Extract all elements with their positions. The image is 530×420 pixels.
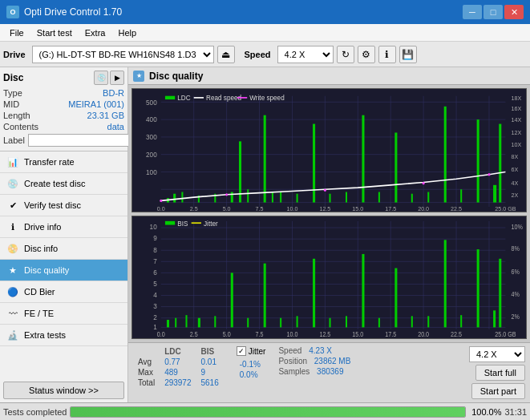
position-label: Position xyxy=(278,357,307,365)
nav-item-verify-test-disc[interactable]: ✔Verify test disc xyxy=(0,195,127,216)
menu-item-file[interactable]: File xyxy=(3,26,30,39)
nav-label-fe-te: FE / TE xyxy=(24,309,54,318)
disc-icon1[interactable]: 💿 xyxy=(94,71,108,85)
disc-mid-row: MID MEIRA1 (001) xyxy=(3,99,124,109)
chart2-container: 10 9 8 7 6 5 4 3 2 1 10% 8% 6% 4% 2% xyxy=(131,216,527,340)
nav-item-fe-te[interactable]: 〰FE / TE xyxy=(0,303,127,325)
svg-text:14X: 14X xyxy=(512,116,522,123)
jitter-checkbox[interactable]: ✓ xyxy=(237,346,246,356)
disc-quality-header: ★ Disc quality xyxy=(128,67,530,85)
svg-text:5: 5 xyxy=(153,279,157,288)
jitter-label: Jitter xyxy=(249,347,266,356)
status-window-button[interactable]: Status window >> xyxy=(3,382,124,399)
drive-label: Drive xyxy=(3,50,26,59)
svg-text:2%: 2% xyxy=(512,313,520,321)
svg-rect-126 xyxy=(167,320,169,327)
avg-bis: 0.01 xyxy=(196,357,224,367)
svg-text:6%: 6% xyxy=(512,268,520,276)
svg-rect-129 xyxy=(198,317,200,327)
progress-bar-outer xyxy=(70,406,466,418)
nav-item-disc-quality[interactable]: ★Disc quality xyxy=(0,260,127,281)
save-button[interactable]: 💾 xyxy=(399,46,417,63)
svg-text:25.0 GB: 25.0 GB xyxy=(495,330,516,338)
disc2-icon: 📀 xyxy=(6,242,19,255)
svg-text:10.0: 10.0 xyxy=(287,330,298,338)
svg-text:6: 6 xyxy=(153,268,157,277)
disc-icon2[interactable]: ▶ xyxy=(110,71,124,85)
eject-button[interactable]: ⏏ xyxy=(217,46,235,63)
svg-text:100: 100 xyxy=(146,168,157,176)
svg-rect-142 xyxy=(411,316,413,327)
start-full-button[interactable]: Start full xyxy=(475,365,525,381)
disc-label-row: Label ✎ xyxy=(3,133,124,147)
nav-label-disc-quality: Disc quality xyxy=(24,265,69,275)
svg-text:10: 10 xyxy=(150,222,157,231)
svg-text:8: 8 xyxy=(153,245,157,254)
svg-rect-57 xyxy=(346,192,347,203)
disc-quality-title: Disc quality xyxy=(149,71,203,82)
svg-rect-149 xyxy=(165,220,175,224)
svg-rect-45 xyxy=(181,192,183,203)
samples-label: Samples xyxy=(278,367,310,376)
svg-text:20.0: 20.0 xyxy=(418,330,429,338)
disc-label-input[interactable] xyxy=(28,134,135,147)
menu-item-help[interactable]: Help xyxy=(111,26,143,39)
disc-type-value: BD-R xyxy=(103,88,124,98)
svg-text:17.5: 17.5 xyxy=(385,205,396,211)
nav-item-extra-tests[interactable]: 🔬Extra tests xyxy=(0,325,127,346)
svg-text:10.0: 10.0 xyxy=(287,205,298,211)
toolbar: Drive (G:) HL-DT-ST BD-RE WH16NS48 1.D3 … xyxy=(0,42,530,67)
svg-text:2.5: 2.5 xyxy=(190,205,198,211)
menu-item-start-test[interactable]: Start test xyxy=(30,26,79,39)
total-row: Total 293972 5616 xyxy=(133,378,224,388)
avg-ldc: 0.77 xyxy=(160,357,196,367)
jitter-section: ✓ Jitter -0.1% 0.0% xyxy=(237,346,266,380)
svg-text:5.0: 5.0 xyxy=(223,205,231,211)
stats-table: LDC BIS Avg 0.77 0.01 Max xyxy=(133,346,224,388)
svg-rect-63 xyxy=(444,107,447,203)
svg-text:15.0: 15.0 xyxy=(352,330,363,338)
svg-rect-143 xyxy=(427,316,429,327)
svg-text:16X: 16X xyxy=(512,105,522,112)
start-part-button[interactable]: Start part xyxy=(471,383,525,399)
svg-text:20.0: 20.0 xyxy=(418,205,429,211)
menu-item-extra[interactable]: Extra xyxy=(79,26,112,39)
bis-col-header: BIS xyxy=(196,346,224,357)
nav-item-cd-bier[interactable]: 🔵CD Bier xyxy=(0,281,127,303)
chart1-container: 500 400 300 200 100 18X 16X 14X 12X 10X … xyxy=(131,88,527,212)
svg-text:12X: 12X xyxy=(512,128,522,135)
nav-item-transfer-rate[interactable]: 📊Transfer rate xyxy=(0,151,127,173)
speed-select[interactable]: 4.2 X xyxy=(277,46,334,63)
svg-text:22.5: 22.5 xyxy=(451,205,462,211)
svg-text:22.5: 22.5 xyxy=(451,330,462,338)
test-speed-select[interactable]: 4.2 X xyxy=(469,346,525,362)
minimize-button[interactable]: ─ xyxy=(463,5,482,19)
svg-rect-132 xyxy=(247,317,249,327)
disc-icon: 💿 xyxy=(6,177,19,190)
disc-type-row: Type BD-R xyxy=(3,88,124,98)
nav-item-create-test-disc[interactable]: 💿Create test disc xyxy=(0,173,127,195)
svg-point-71 xyxy=(423,182,425,184)
info-button[interactable]: ℹ xyxy=(378,46,396,63)
close-button[interactable]: ✕ xyxy=(504,5,524,19)
disc-length-label: Length xyxy=(3,111,30,120)
left-panel: Disc 💿 ▶ Type BD-R MID MEIRA1 (001) Leng… xyxy=(0,67,128,402)
svg-rect-65 xyxy=(477,119,479,202)
nav-label-verify-test-disc: Verify test disc xyxy=(24,200,81,210)
title-bar-left: O Opti Drive Control 1.70 xyxy=(6,6,122,18)
drive-select[interactable]: (G:) HL-DT-ST BD-RE WH16NS48 1.D3 xyxy=(32,46,214,63)
svg-rect-58 xyxy=(362,115,364,203)
settings-button[interactable]: ⚙ xyxy=(358,46,375,63)
svg-rect-135 xyxy=(297,316,298,327)
nav-item-disc-info[interactable]: 📀Disc info xyxy=(0,238,127,260)
nav-list: 📊Transfer rate💿Create test disc✔Verify t… xyxy=(0,151,127,346)
progress-percent: 100.0% xyxy=(469,407,501,417)
refresh-button[interactable]: ↻ xyxy=(337,46,354,63)
svg-text:Write speed: Write speed xyxy=(249,94,285,102)
stats-bar: LDC BIS Avg 0.77 0.01 Max xyxy=(128,342,530,402)
svg-text:Read speed: Read speed xyxy=(206,94,241,102)
nav-item-drive-info[interactable]: ℹDrive info xyxy=(0,216,127,238)
maximize-button[interactable]: □ xyxy=(483,5,503,19)
svg-rect-138 xyxy=(346,316,347,327)
avg-row: Avg 0.77 0.01 xyxy=(133,357,224,367)
